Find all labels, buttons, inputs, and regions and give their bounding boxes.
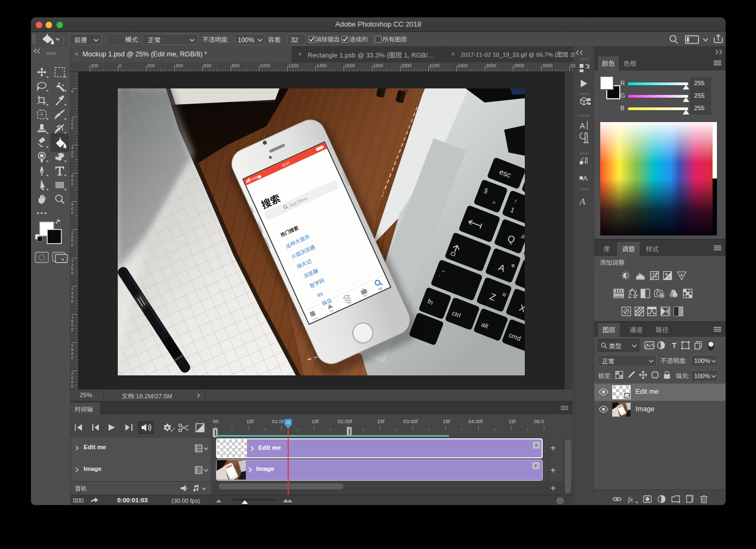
svg-text:T: T — [672, 341, 677, 350]
svg-text:A: A — [583, 174, 588, 182]
svg-text:fx: fx — [628, 495, 633, 503]
svg-text:A: A — [579, 196, 586, 207]
svg-text:A: A — [580, 121, 585, 130]
